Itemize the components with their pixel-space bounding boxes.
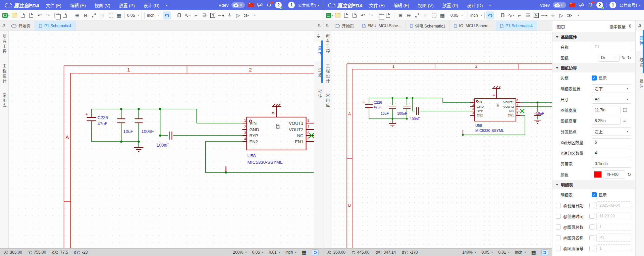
sheet-width-input[interactable]: [592, 106, 621, 114]
copy-button[interactable]: [52, 11, 60, 19]
meta-value-checkbox[interactable]: [589, 246, 594, 251]
dock-tab-project-design[interactable]: 工程设计: [1, 64, 7, 84]
zoom-in-button[interactable]: ⊕: [73, 11, 81, 19]
alt-grid-select[interactable]: 0.01▾: [269, 250, 280, 255]
workspace-name[interactable]: Vdev: [540, 3, 550, 8]
meta-checkbox[interactable]: [556, 214, 561, 219]
meta-value-checkbox[interactable]: [589, 235, 594, 240]
grid-size-select[interactable]: 0.05▾: [124, 12, 142, 19]
schematic-canvas[interactable]: 1 2 A B: [332, 31, 552, 248]
port-button[interactable]: ▷: [234, 11, 242, 19]
section-sheet-border[interactable]: 图纸边界: [552, 63, 635, 72]
snap-grid-select[interactable]: 0.05▾: [481, 250, 493, 255]
frame-show-checkbox[interactable]: ✓: [592, 75, 597, 81]
snap-grid-select[interactable]: 0.05▾: [252, 250, 263, 255]
menu-edit[interactable]: 编辑 (E): [389, 0, 414, 10]
place-symbol-button[interactable]: [175, 11, 183, 19]
place-wire-button[interactable]: ⌐: [192, 11, 200, 19]
panel-scrollbar[interactable]: [643, 30, 644, 73]
tab-start-page[interactable]: 开始页: [331, 21, 358, 31]
snap-mode-button[interactable]: [163, 11, 171, 19]
china-flag-icon[interactable]: ★: [569, 3, 575, 7]
net-flag-button[interactable]: —◄: [540, 11, 548, 19]
zoom-level-select[interactable]: 140%▾: [462, 250, 476, 255]
pin-tabs-icon[interactable]: [323, 21, 331, 31]
create-date-input[interactable]: [596, 201, 631, 209]
menu-edit[interactable]: 编辑 (E): [66, 0, 90, 10]
dock-tab-common-library[interactable]: 常用库: [1, 93, 7, 108]
unit-select[interactable]: inch▾: [144, 12, 161, 19]
app-logo[interactable]: 嘉立创EDA: [3, 2, 42, 9]
dock-tab-common-library[interactable]: 常用库: [325, 93, 330, 108]
ellipsis-icon[interactable]: ···: [612, 55, 616, 60]
alt-grid-select[interactable]: 0.01▾: [498, 250, 509, 255]
snap-toggle-icon[interactable]: Ɔ: [541, 249, 548, 255]
zoom-selection-button[interactable]: ⊡: [98, 11, 106, 19]
project-manager-button[interactable]: ▾: [2, 11, 10, 19]
tab-io-mcu-schematic[interactable]: IO_MCU.Schem...: [450, 21, 496, 31]
cloud-sync-pill[interactable]: 0: [231, 2, 245, 8]
user-avatar[interactable]: 1: [609, 2, 616, 8]
section-basic-properties[interactable]: 基础属性: [552, 32, 635, 42]
tab-fmu-mcu-schematic[interactable]: FMU_MCU.Sche...: [358, 21, 406, 31]
select-area-button[interactable]: [430, 11, 438, 19]
undo-button[interactable]: ↶: [36, 11, 44, 19]
account-menu[interactable]: 公共账号1 ▾: [298, 2, 319, 8]
open-folder-button[interactable]: [334, 11, 342, 19]
fit-view-button[interactable]: [90, 11, 98, 19]
grid-toggle-icon[interactable]: ▦: [302, 249, 307, 255]
redo-button[interactable]: ↷: [367, 11, 375, 19]
port-button[interactable]: ▷: [557, 11, 565, 19]
link-dimensions-icon[interactable]: [623, 108, 627, 112]
tab-start-page[interactable]: 开始页: [7, 21, 35, 31]
pin-tabs-icon[interactable]: [315, 21, 323, 31]
name-input[interactable]: [592, 43, 631, 51]
snap-mode-button[interactable]: [486, 11, 494, 19]
zoom-level-select[interactable]: 200%▾: [233, 250, 247, 255]
unit-select-status[interactable]: inch▾: [515, 250, 526, 255]
grid-settings-button[interactable]: ▦: [438, 11, 446, 19]
unit-select[interactable]: inch▾: [468, 12, 485, 19]
y-zone-count-input[interactable]: [592, 149, 631, 157]
more-tools-button[interactable]: ≫: [242, 11, 250, 19]
sheet-height-input[interactable]: [592, 117, 621, 125]
fit-view-button[interactable]: [413, 11, 421, 19]
tab-p1-schematic4[interactable]: P1.Schematic4: [496, 21, 537, 31]
zoom-out-button[interactable]: ⊖: [82, 11, 90, 19]
place-bus-button[interactable]: [200, 11, 208, 19]
save-button[interactable]: [351, 11, 359, 19]
feedback-icon[interactable]: [578, 2, 584, 8]
create-time-input[interactable]: [596, 212, 631, 220]
toolbar-overflow-button[interactable]: ▾: [251, 11, 259, 19]
dock-tab-annotation[interactable]: 批注: [636, 74, 644, 94]
dock-tab-all-projects[interactable]: 所有工程: [1, 34, 7, 54]
grid-settings-button[interactable]: ▦: [115, 11, 123, 19]
place-symbol-button[interactable]: [498, 11, 506, 19]
meta-value-checkbox[interactable]: [589, 203, 594, 208]
meta-checkbox[interactable]: [556, 203, 561, 208]
dock-tab-annotation[interactable]: 批注: [314, 85, 323, 104]
meta-checkbox[interactable]: [556, 235, 561, 240]
schematic-canvas[interactable]: 1 2 A: [9, 31, 314, 248]
tab-p1-schematic4[interactable]: P1.Schematic4: [35, 21, 76, 31]
menu-view[interactable]: 视图 (V): [90, 0, 115, 10]
more-tools-button[interactable]: ≫: [566, 11, 574, 19]
zoom-out-button[interactable]: ⊖: [405, 11, 413, 19]
grid-toggle-icon[interactable]: ▦: [531, 249, 536, 255]
redo-button[interactable]: ↷: [44, 11, 52, 19]
workspace-name[interactable]: Vdev: [219, 3, 229, 8]
place-component-button[interactable]: ∿▾: [183, 11, 192, 19]
pin-panel-icon[interactable]: [314, 33, 323, 40]
zoom-selection-button[interactable]: ⊡: [422, 11, 430, 19]
page-total-input[interactable]: [596, 223, 631, 231]
bom-position-select[interactable]: 右下▾: [592, 84, 631, 93]
china-flag-icon[interactable]: ★: [248, 3, 254, 7]
collaborator-avatar[interactable]: 2: [596, 2, 603, 8]
sheet-size-select[interactable]: A4▾: [592, 95, 631, 104]
band-width-input[interactable]: [592, 160, 631, 168]
refresh-icon[interactable]: ↻: [627, 55, 631, 60]
grid-size-select[interactable]: 0.05▾: [448, 12, 465, 19]
dock-tab-all-projects[interactable]: 所有工程: [325, 34, 330, 54]
menu-design[interactable]: 设计 (D): [463, 0, 487, 10]
page-name-input[interactable]: [596, 234, 631, 242]
